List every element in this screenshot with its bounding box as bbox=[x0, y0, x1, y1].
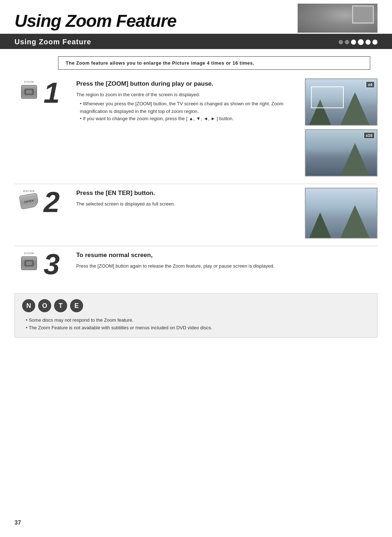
note-n-circle: N bbox=[22, 299, 35, 312]
step-2-icon-col: ENTER ENTER bbox=[15, 188, 44, 208]
section-dots bbox=[339, 39, 377, 45]
step-3-icon-label: ZOOM bbox=[24, 252, 34, 255]
page-header: Using Zoom Feature bbox=[0, 0, 392, 35]
zoom-x4-image: x4 bbox=[305, 78, 377, 126]
tree-5 bbox=[309, 212, 331, 238]
step-2-icon-label: ENTER bbox=[23, 190, 35, 193]
svg-rect-1 bbox=[26, 90, 32, 94]
nav-dot-2 bbox=[345, 40, 349, 44]
step-2-number-col: 2 bbox=[44, 188, 73, 217]
page-title: Using Zoom Feature bbox=[15, 11, 176, 31]
nav-dot-4 bbox=[358, 39, 364, 45]
step-2-row: ENTER ENTER 2 Press the [EN TER] button.… bbox=[15, 188, 377, 246]
step-3-number: 3 bbox=[44, 250, 60, 279]
enter-icon-text: ENTER bbox=[24, 199, 34, 203]
zoom-x16-image: x16 bbox=[305, 129, 377, 176]
nav-dot-1 bbox=[339, 40, 343, 44]
step-1-content: Press the [ZOOM] button during play or p… bbox=[73, 78, 298, 123]
tree-1 bbox=[340, 92, 369, 125]
step-2-heading: Press the [EN TER] button. bbox=[76, 190, 298, 197]
step-3-icon-col: ZOOM bbox=[15, 250, 44, 270]
page-number: 37 bbox=[15, 520, 21, 526]
step-3-row: ZOOM 3 To resume normal screen, Press th… bbox=[15, 250, 377, 286]
note-e-circle: E bbox=[70, 299, 83, 312]
step-1-row: ZOOM 1 Press the [ZOOM] button during pl… bbox=[15, 78, 377, 184]
step-1-images: x4 x16 bbox=[305, 78, 377, 176]
section-bar: Using Zoom Feature bbox=[0, 35, 392, 49]
step-1-bullet-2: If you want to change the zoom region, p… bbox=[80, 115, 298, 123]
step-3-heading: To resume normal screen, bbox=[76, 252, 377, 259]
section-bar-title: Using Zoom Feature bbox=[15, 38, 91, 46]
note-item-2: The Zoom Feature is not available with s… bbox=[22, 324, 370, 332]
note-o-circle: O bbox=[38, 299, 51, 312]
note-t-circle: T bbox=[54, 299, 67, 312]
x4-badge: x4 bbox=[366, 81, 375, 88]
bird-scene-3 bbox=[306, 188, 377, 238]
step-1-number-col: 1 bbox=[44, 78, 73, 107]
tree-3 bbox=[340, 143, 369, 176]
header-image bbox=[298, 4, 377, 33]
step-1-heading: Press the [ZOOM] button during play or p… bbox=[76, 80, 298, 88]
step-1-icon-col: ZOOM bbox=[15, 78, 44, 99]
enter-button-icon: ENTER bbox=[19, 193, 39, 209]
step-3-intro: Press the [ZOOM] button again to release… bbox=[76, 263, 377, 270]
step-2-image bbox=[305, 188, 377, 239]
step-3-body: Press the [ZOOM] button again to release… bbox=[76, 263, 377, 270]
note-icons: N O T E bbox=[22, 299, 370, 312]
x16-badge: x16 bbox=[364, 132, 375, 139]
main-content: The Zoom feature allows you to enlarge t… bbox=[0, 49, 392, 352]
step-2-body: The selected screen is displayed as full… bbox=[76, 200, 298, 208]
nav-dot-3 bbox=[351, 40, 356, 45]
step-1-number: 1 bbox=[44, 78, 60, 107]
step-1-bullet-1: Whenever you press the [ZOOM] button, th… bbox=[80, 100, 298, 115]
note-section: N O T E Some discs may not respond to th… bbox=[15, 293, 377, 338]
nav-dot-6 bbox=[372, 40, 377, 45]
zoom-button-icon-2 bbox=[21, 256, 37, 270]
step-2-content: Press the [EN TER] button. The selected … bbox=[73, 188, 298, 209]
zoom-box bbox=[311, 86, 344, 108]
note-text: Some discs may not respond to the Zoom f… bbox=[22, 317, 370, 332]
step-2-number: 2 bbox=[44, 188, 60, 217]
step-3-content: To resume normal screen, Press the [ZOOM… bbox=[73, 250, 377, 272]
intro-text: The Zoom feature allows you to enlarge t… bbox=[66, 60, 363, 66]
step-3-number-col: 3 bbox=[44, 250, 73, 279]
step-1-bullets: Whenever you press the [ZOOM] button, th… bbox=[76, 100, 298, 123]
step-1-body: The region to zoom in the centre of the … bbox=[76, 91, 298, 123]
step-1-intro: The region to zoom in the centre of the … bbox=[76, 91, 298, 99]
monitor-decoration bbox=[352, 5, 374, 24]
svg-rect-3 bbox=[26, 261, 32, 265]
intro-box: The Zoom feature allows you to enlarge t… bbox=[58, 56, 370, 70]
step-1-icon-label: ZOOM bbox=[24, 80, 34, 84]
note-item-1: Some discs may not respond to the Zoom f… bbox=[22, 317, 370, 324]
tree-4 bbox=[340, 205, 369, 238]
zoom-button-icon bbox=[21, 85, 37, 99]
nav-dot-5 bbox=[366, 40, 371, 45]
step-2-intro: The selected screen is displayed as full… bbox=[76, 200, 298, 208]
